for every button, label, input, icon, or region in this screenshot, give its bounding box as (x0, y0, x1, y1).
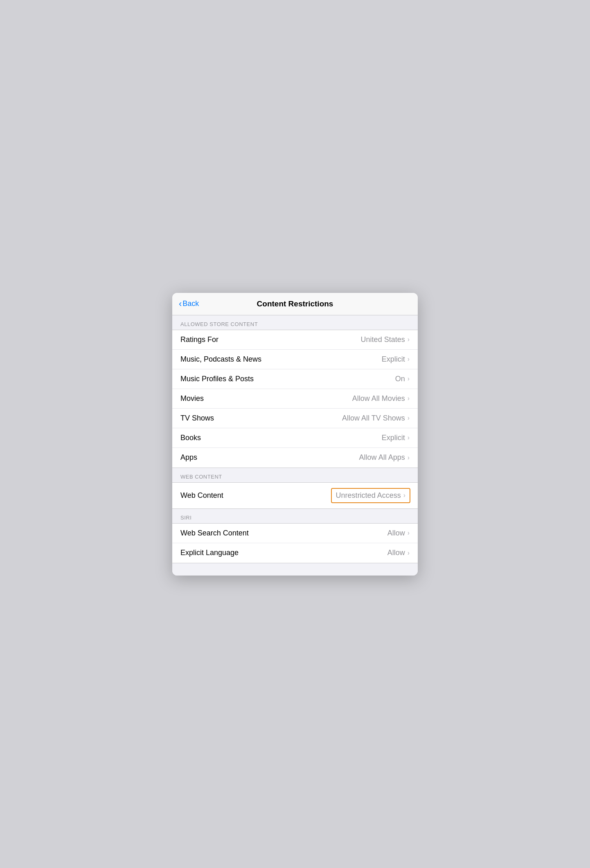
chevron-right-icon: › (408, 414, 410, 422)
row-web-search-content[interactable]: Web Search Content Allow › (172, 524, 418, 543)
back-chevron-icon: ‹ (179, 299, 182, 308)
value-container-books: Explicit › (382, 434, 410, 442)
value-container-music-podcasts-news: Explicit › (382, 355, 410, 364)
value-ratings-for: United States (361, 335, 405, 344)
value-web-content: Unrestricted Access (336, 491, 401, 500)
section-header-allowed-store-content: ALLOWED STORE CONTENT (172, 315, 418, 330)
row-books[interactable]: Books Explicit › (172, 428, 418, 448)
section-header-siri: SIRI (172, 509, 418, 523)
page-title: Content Restrictions (257, 299, 333, 308)
value-music-podcasts-news: Explicit (382, 355, 405, 364)
value-container-tv-shows: Allow All TV Shows › (342, 414, 410, 423)
label-explicit-language: Explicit Language (180, 549, 239, 557)
value-apps: Allow All Apps (359, 453, 405, 462)
settings-screen: ‹ Back Content Restrictions ALLOWED STOR… (172, 293, 418, 576)
label-music-profiles-posts: Music Profiles & Posts (180, 375, 254, 383)
row-movies[interactable]: Movies Allow All Movies › (172, 389, 418, 409)
value-web-search-content: Allow (387, 529, 405, 537)
label-ratings-for: Ratings For (180, 335, 218, 344)
value-container-web-content: Unrestricted Access › (331, 488, 410, 503)
label-tv-shows: TV Shows (180, 414, 214, 423)
row-music-podcasts-news[interactable]: Music, Podcasts & News Explicit › (172, 350, 418, 369)
chevron-right-icon: › (408, 529, 410, 537)
back-button[interactable]: ‹ Back (179, 299, 199, 308)
chevron-right-icon: › (408, 454, 410, 461)
group-allowed-store-content: Ratings For United States › Music, Podca… (172, 330, 418, 468)
value-container-explicit-language: Allow › (387, 549, 410, 557)
row-web-content[interactable]: Web Content Unrestricted Access › (172, 483, 418, 508)
value-tv-shows: Allow All TV Shows (342, 414, 405, 423)
chevron-right-icon: › (408, 549, 410, 557)
label-music-podcasts-news: Music, Podcasts & News (180, 355, 261, 364)
row-tv-shows[interactable]: TV Shows Allow All TV Shows › (172, 409, 418, 428)
label-movies: Movies (180, 394, 204, 403)
value-container-apps: Allow All Apps › (359, 453, 410, 462)
value-container-music-profiles-posts: On › (395, 375, 410, 383)
row-apps[interactable]: Apps Allow All Apps › (172, 448, 418, 468)
chevron-right-icon: › (408, 355, 410, 363)
group-web-content: Web Content Unrestricted Access › (172, 482, 418, 509)
chevron-right-icon: › (408, 336, 410, 343)
bottom-spacer (172, 563, 418, 576)
chevron-right-icon: › (403, 492, 405, 499)
label-apps: Apps (180, 453, 197, 462)
value-explicit-language: Allow (387, 549, 405, 557)
row-music-profiles-posts[interactable]: Music Profiles & Posts On › (172, 369, 418, 389)
chevron-right-icon: › (408, 395, 410, 402)
back-button-label: Back (182, 299, 199, 308)
value-container-movies: Allow All Movies › (352, 394, 410, 403)
label-books: Books (180, 434, 201, 442)
value-movies: Allow All Movies (352, 394, 405, 403)
label-web-content: Web Content (180, 491, 223, 500)
value-container-ratings-for: United States › (361, 335, 410, 344)
navigation-bar: ‹ Back Content Restrictions (172, 293, 418, 315)
value-books: Explicit (382, 434, 405, 442)
group-siri: Web Search Content Allow › Explicit Lang… (172, 523, 418, 563)
row-explicit-language[interactable]: Explicit Language Allow › (172, 543, 418, 563)
section-header-web-content: WEB CONTENT (172, 468, 418, 482)
label-web-search-content: Web Search Content (180, 529, 249, 537)
value-music-profiles-posts: On (395, 375, 405, 383)
value-container-web-search-content: Allow › (387, 529, 410, 537)
chevron-right-icon: › (408, 375, 410, 382)
chevron-right-icon: › (408, 434, 410, 441)
row-ratings-for[interactable]: Ratings For United States › (172, 330, 418, 350)
